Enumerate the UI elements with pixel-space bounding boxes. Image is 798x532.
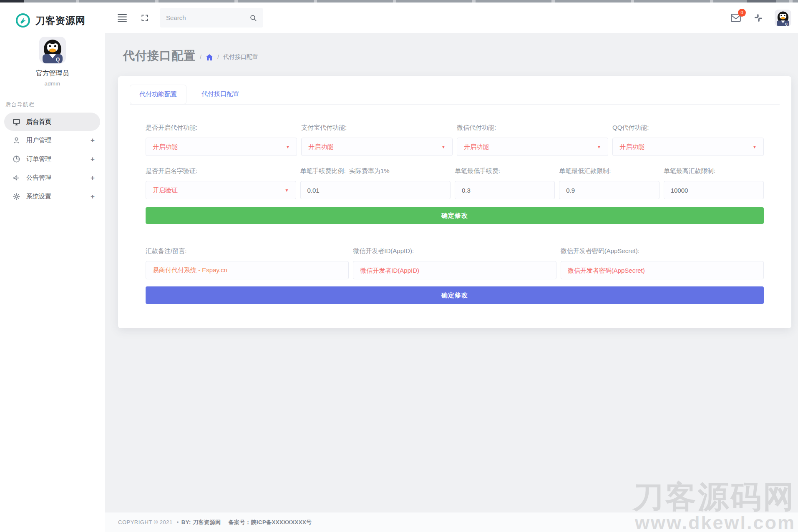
footer: COPYRIGHT © 2021 • BY: 刀客资源网 备案号：陕ICP备XX… <box>105 512 798 532</box>
expand-plus-icon[interactable]: + <box>91 136 95 145</box>
expand-plus-icon[interactable]: + <box>91 174 95 182</box>
sidebar-item-users[interactable]: 用户管理 + <box>0 131 105 150</box>
browser-edge-dark-segment <box>747 0 776 3</box>
breadcrumb-separator: / <box>200 54 201 60</box>
select-value: 开启验证 <box>153 186 178 194</box>
select-value: 开启功能 <box>153 143 178 151</box>
min-transfer-input[interactable] <box>559 181 659 199</box>
sidebar: 刀客资源网 Q 官方管理员 admin 后台导航栏 后台首页 <box>0 3 105 532</box>
alipay-payout-select[interactable]: 开启功能 ▼ <box>301 138 453 156</box>
field-label: 支付宝代付功能: <box>301 124 453 132</box>
name-verify-select[interactable]: 开启验证 ▼ <box>146 181 296 199</box>
search-input[interactable] <box>166 14 249 21</box>
brand-name: 刀客资源网 <box>35 14 86 27</box>
select-value: 开启功能 <box>464 143 489 151</box>
search-box <box>160 8 263 28</box>
brand-logo-icon <box>15 13 31 28</box>
confirm-modify-button-green[interactable]: 确定修改 <box>146 207 764 224</box>
footer-copyright: COPYRIGHT © 2021 <box>118 519 173 525</box>
sidebar-item-announcements[interactable]: 公告管理 + <box>0 168 105 187</box>
field-label: 微信开发者ID(AppID): <box>353 247 556 255</box>
brand[interactable]: 刀客资源网 <box>0 3 105 31</box>
footer-icp: 备案号：陕ICP备XXXXXXXXX号 <box>228 519 312 526</box>
profile-avatar[interactable]: Q <box>775 10 791 26</box>
chevron-down-icon: ▼ <box>285 188 289 193</box>
expand-plus-icon[interactable]: + <box>91 155 95 163</box>
speaker-icon <box>13 174 20 182</box>
fullscreen-icon[interactable] <box>139 13 150 23</box>
breadcrumb: 代付接口配置 / / 代付接口配置 <box>105 33 798 76</box>
nav-section-label: 后台导航栏 <box>0 87 105 113</box>
top-header: 0 Q <box>105 3 798 33</box>
sidebar-item-dashboard[interactable]: 后台首页 <box>4 113 100 131</box>
sidebar-item-settings[interactable]: 系统设置 + <box>0 187 105 206</box>
chevron-down-icon: ▼ <box>753 145 757 149</box>
footer-dot: • <box>177 519 179 525</box>
browser-edge-strip <box>0 0 798 3</box>
field-label: 是否开启名字验证: <box>146 167 296 175</box>
config-card: 代付功能配置 代付接口配置 是否开启代付功能: 开启功能 ▼ 支付宝代付功能: … <box>118 76 791 328</box>
fee-rate-input[interactable] <box>300 181 451 199</box>
pie-chart-icon <box>13 155 20 163</box>
tab-interface-config[interactable]: 代付接口配置 <box>192 85 248 104</box>
field-label: 单笔最高汇款限制: <box>664 167 764 175</box>
sidebar-item-label: 订单管理 <box>26 155 91 163</box>
chevron-down-icon: ▼ <box>286 145 290 149</box>
sidebar-item-label: 公告管理 <box>26 174 91 182</box>
main-content: 代付接口配置 / / 代付接口配置 代付功能配置 代付接口配置 是否开启代付功能… <box>105 33 798 512</box>
wechat-payout-select[interactable]: 开启功能 ▼ <box>457 138 608 156</box>
qq-payout-select[interactable]: 开启功能 ▼ <box>612 138 764 156</box>
breadcrumb-current: 代付接口配置 <box>223 53 258 61</box>
field-label: 是否开启代付功能: <box>146 124 297 132</box>
footer-by: BY: 刀客资源网 <box>181 519 221 526</box>
tab-bar: 代付功能配置 代付接口配置 <box>130 85 780 105</box>
field-label: QQ代付功能: <box>612 124 764 132</box>
profile-name: 官方管理员 <box>0 69 105 78</box>
config-form: 是否开启代付功能: 开启功能 ▼ 支付宝代付功能: 开启功能 ▼ 微信代付功能: <box>130 105 780 304</box>
svg-text:Q: Q <box>56 57 60 63</box>
field-label: 微信代付功能: <box>457 124 608 132</box>
field-label: 单笔最低汇款限制: <box>559 167 659 175</box>
user-avatar: Q <box>39 37 66 63</box>
profile-role: admin <box>0 80 105 87</box>
gear-icon <box>13 193 20 201</box>
monitor-icon <box>13 118 20 126</box>
field-label: 汇款备注/留言: <box>146 247 349 255</box>
enable-payout-select[interactable]: 开启功能 ▼ <box>146 138 297 156</box>
max-transfer-input[interactable] <box>664 181 764 199</box>
search-icon[interactable] <box>249 14 257 22</box>
select-value: 开启功能 <box>619 143 644 151</box>
home-icon[interactable] <box>206 54 213 61</box>
field-label: 微信开发者密码(AppSecret): <box>561 247 764 255</box>
svg-text:Q: Q <box>785 22 788 25</box>
wechat-appid-input[interactable] <box>353 261 556 279</box>
sidebar-item-label: 系统设置 <box>26 193 91 201</box>
menu-toggle-button[interactable] <box>117 13 128 23</box>
field-label: 单笔最低手续费: <box>455 167 555 175</box>
chevron-down-icon: ▼ <box>597 145 601 149</box>
select-value: 开启功能 <box>308 143 333 151</box>
wechat-appsecret-input[interactable] <box>561 261 764 279</box>
chevron-down-icon: ▼ <box>441 145 446 149</box>
profile-block: Q 官方管理员 admin <box>0 37 105 87</box>
field-label: 单笔手续费比例: 实际费率为1% <box>300 167 451 175</box>
expand-plus-icon[interactable]: + <box>91 193 95 201</box>
message-count-badge: 0 <box>738 9 746 17</box>
confirm-modify-button-blue[interactable]: 确定修改 <box>146 286 764 304</box>
header-actions: 0 Q <box>719 10 798 26</box>
browser-edge-dark-segment <box>0 0 24 3</box>
sidebar-item-orders[interactable]: 订单管理 + <box>0 150 105 168</box>
sidebar-item-label: 用户管理 <box>26 136 91 144</box>
user-icon <box>13 136 20 144</box>
sidebar-item-label: 后台首页 <box>26 118 90 126</box>
apps-icon[interactable] <box>753 13 764 23</box>
remark-input[interactable] <box>146 261 349 279</box>
page-title: 代付接口配置 <box>123 48 196 64</box>
min-fee-input[interactable] <box>455 181 555 199</box>
tab-function-config[interactable]: 代付功能配置 <box>130 85 186 104</box>
messages-icon[interactable]: 0 <box>730 13 741 23</box>
breadcrumb-separator: / <box>217 54 219 60</box>
